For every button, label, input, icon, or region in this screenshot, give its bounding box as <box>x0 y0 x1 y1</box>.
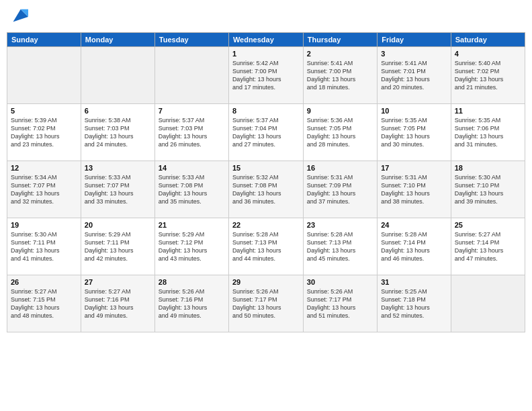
weekday-header: Tuesday <box>154 33 228 47</box>
day-info: Sunrise: 5:30 AM Sunset: 7:10 PM Dayligh… <box>455 173 521 206</box>
calendar-cell: 16Sunrise: 5:31 AM Sunset: 7:09 PM Dayli… <box>303 161 377 218</box>
calendar-cell: 11Sunrise: 5:35 AM Sunset: 7:06 PM Dayli… <box>451 104 525 161</box>
calendar-cell: 28Sunrise: 5:26 AM Sunset: 7:16 PM Dayli… <box>154 275 228 332</box>
day-info: Sunrise: 5:32 AM Sunset: 7:08 PM Dayligh… <box>232 173 300 206</box>
day-number: 1 <box>232 50 300 58</box>
day-number: 11 <box>455 107 521 115</box>
calendar-cell: 17Sunrise: 5:31 AM Sunset: 7:10 PM Dayli… <box>378 161 451 218</box>
day-info: Sunrise: 5:28 AM Sunset: 7:13 PM Dayligh… <box>307 230 373 263</box>
day-number: 17 <box>381 164 447 172</box>
calendar-cell: 8Sunrise: 5:37 AM Sunset: 7:04 PM Daylig… <box>228 104 303 161</box>
day-number: 8 <box>232 107 300 115</box>
calendar-cell: 18Sunrise: 5:30 AM Sunset: 7:10 PM Dayli… <box>451 161 525 218</box>
day-info: Sunrise: 5:27 AM Sunset: 7:15 PM Dayligh… <box>11 287 77 320</box>
day-info: Sunrise: 5:27 AM Sunset: 7:16 PM Dayligh… <box>85 287 151 320</box>
day-number: 10 <box>381 107 447 115</box>
day-info: Sunrise: 5:37 AM Sunset: 7:04 PM Dayligh… <box>232 116 300 149</box>
calendar-cell: 25Sunrise: 5:27 AM Sunset: 7:14 PM Dayli… <box>451 218 525 275</box>
day-number: 30 <box>307 278 373 286</box>
day-number: 16 <box>307 164 373 172</box>
day-info: Sunrise: 5:33 AM Sunset: 7:08 PM Dayligh… <box>159 173 225 206</box>
day-info: Sunrise: 5:35 AM Sunset: 7:05 PM Dayligh… <box>381 116 447 149</box>
day-number: 24 <box>381 221 447 229</box>
day-number: 7 <box>159 107 225 115</box>
day-info: Sunrise: 5:26 AM Sunset: 7:17 PM Dayligh… <box>232 287 300 320</box>
day-info: Sunrise: 5:31 AM Sunset: 7:09 PM Dayligh… <box>307 173 373 206</box>
day-info: Sunrise: 5:37 AM Sunset: 7:03 PM Dayligh… <box>159 116 225 149</box>
calendar-cell: 7Sunrise: 5:37 AM Sunset: 7:03 PM Daylig… <box>154 104 228 161</box>
calendar-cell <box>7 47 81 104</box>
day-number: 26 <box>11 278 77 286</box>
day-number: 27 <box>85 278 151 286</box>
day-number: 21 <box>159 221 225 229</box>
calendar-cell: 30Sunrise: 5:26 AM Sunset: 7:17 PM Dayli… <box>303 275 377 332</box>
day-info: Sunrise: 5:26 AM Sunset: 7:16 PM Dayligh… <box>159 287 225 320</box>
day-info: Sunrise: 5:31 AM Sunset: 7:10 PM Dayligh… <box>381 173 447 206</box>
day-info: Sunrise: 5:42 AM Sunset: 7:00 PM Dayligh… <box>232 59 300 92</box>
day-number: 2 <box>307 50 373 58</box>
day-number: 15 <box>232 164 300 172</box>
day-info: Sunrise: 5:27 AM Sunset: 7:14 PM Dayligh… <box>455 230 521 263</box>
logo <box>7 7 28 27</box>
day-info: Sunrise: 5:30 AM Sunset: 7:11 PM Dayligh… <box>11 230 77 263</box>
day-info: Sunrise: 5:29 AM Sunset: 7:11 PM Dayligh… <box>85 230 151 263</box>
calendar-cell: 29Sunrise: 5:26 AM Sunset: 7:17 PM Dayli… <box>228 275 303 332</box>
day-info: Sunrise: 5:33 AM Sunset: 7:07 PM Dayligh… <box>85 173 151 206</box>
logo-icon <box>8 7 28 27</box>
calendar-cell: 19Sunrise: 5:30 AM Sunset: 7:11 PM Dayli… <box>7 218 81 275</box>
calendar-cell: 9Sunrise: 5:36 AM Sunset: 7:05 PM Daylig… <box>303 104 377 161</box>
calendar-week-row: 5Sunrise: 5:39 AM Sunset: 7:02 PM Daylig… <box>7 104 525 161</box>
weekday-header: Thursday <box>303 33 377 47</box>
calendar-week-row: 12Sunrise: 5:34 AM Sunset: 7:07 PM Dayli… <box>7 161 525 218</box>
day-number: 31 <box>381 278 447 286</box>
calendar-cell: 31Sunrise: 5:25 AM Sunset: 7:18 PM Dayli… <box>378 275 451 332</box>
day-info: Sunrise: 5:41 AM Sunset: 7:01 PM Dayligh… <box>381 59 447 92</box>
day-info: Sunrise: 5:41 AM Sunset: 7:00 PM Dayligh… <box>307 59 373 92</box>
calendar-cell: 3Sunrise: 5:41 AM Sunset: 7:01 PM Daylig… <box>378 47 451 104</box>
day-info: Sunrise: 5:40 AM Sunset: 7:02 PM Dayligh… <box>455 59 521 92</box>
calendar-cell: 13Sunrise: 5:33 AM Sunset: 7:07 PM Dayli… <box>81 161 154 218</box>
day-number: 5 <box>11 107 77 115</box>
header <box>7 7 525 27</box>
day-number: 9 <box>307 107 373 115</box>
calendar-cell: 2Sunrise: 5:41 AM Sunset: 7:00 PM Daylig… <box>303 47 377 104</box>
day-info: Sunrise: 5:35 AM Sunset: 7:06 PM Dayligh… <box>455 116 521 149</box>
calendar-week-row: 19Sunrise: 5:30 AM Sunset: 7:11 PM Dayli… <box>7 218 525 275</box>
calendar-cell: 1Sunrise: 5:42 AM Sunset: 7:00 PM Daylig… <box>228 47 303 104</box>
day-number: 22 <box>232 221 300 229</box>
day-number: 14 <box>159 164 225 172</box>
weekday-header-row: SundayMondayTuesdayWednesdayThursdayFrid… <box>7 33 525 47</box>
calendar-cell <box>81 47 154 104</box>
weekday-header: Sunday <box>7 33 81 47</box>
calendar-cell: 12Sunrise: 5:34 AM Sunset: 7:07 PM Dayli… <box>7 161 81 218</box>
day-info: Sunrise: 5:29 AM Sunset: 7:12 PM Dayligh… <box>159 230 225 263</box>
calendar-week-row: 1Sunrise: 5:42 AM Sunset: 7:00 PM Daylig… <box>7 47 525 104</box>
day-info: Sunrise: 5:39 AM Sunset: 7:02 PM Dayligh… <box>11 116 77 149</box>
calendar-cell: 15Sunrise: 5:32 AM Sunset: 7:08 PM Dayli… <box>228 161 303 218</box>
day-number: 25 <box>455 221 521 229</box>
day-info: Sunrise: 5:38 AM Sunset: 7:03 PM Dayligh… <box>85 116 151 149</box>
calendar-cell: 24Sunrise: 5:28 AM Sunset: 7:14 PM Dayli… <box>378 218 451 275</box>
calendar-cell: 6Sunrise: 5:38 AM Sunset: 7:03 PM Daylig… <box>81 104 154 161</box>
calendar-cell: 23Sunrise: 5:28 AM Sunset: 7:13 PM Dayli… <box>303 218 377 275</box>
calendar-cell: 20Sunrise: 5:29 AM Sunset: 7:11 PM Dayli… <box>81 218 154 275</box>
day-number: 19 <box>11 221 77 229</box>
calendar-cell: 10Sunrise: 5:35 AM Sunset: 7:05 PM Dayli… <box>378 104 451 161</box>
weekday-header: Wednesday <box>228 33 303 47</box>
calendar-cell <box>451 275 525 332</box>
day-number: 20 <box>85 221 151 229</box>
calendar-cell: 14Sunrise: 5:33 AM Sunset: 7:08 PM Dayli… <box>154 161 228 218</box>
day-number: 28 <box>159 278 225 286</box>
calendar-cell: 21Sunrise: 5:29 AM Sunset: 7:12 PM Dayli… <box>154 218 228 275</box>
day-number: 12 <box>11 164 77 172</box>
calendar-cell: 22Sunrise: 5:28 AM Sunset: 7:13 PM Dayli… <box>228 218 303 275</box>
weekday-header: Saturday <box>451 33 525 47</box>
calendar-week-row: 26Sunrise: 5:27 AM Sunset: 7:15 PM Dayli… <box>7 275 525 332</box>
day-number: 13 <box>85 164 151 172</box>
day-number: 6 <box>85 107 151 115</box>
day-number: 23 <box>307 221 373 229</box>
day-info: Sunrise: 5:26 AM Sunset: 7:17 PM Dayligh… <box>307 287 373 320</box>
day-info: Sunrise: 5:36 AM Sunset: 7:05 PM Dayligh… <box>307 116 373 149</box>
weekday-header: Monday <box>81 33 154 47</box>
day-number: 18 <box>455 164 521 172</box>
